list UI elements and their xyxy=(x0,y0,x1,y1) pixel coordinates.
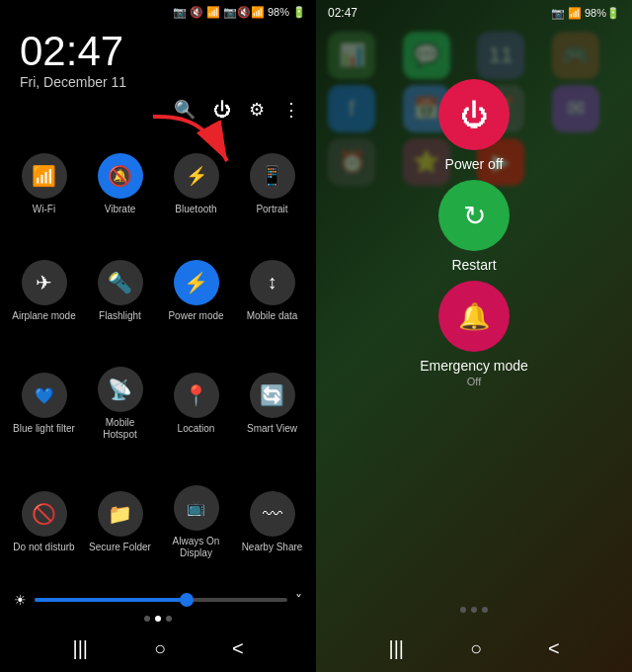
mobiledata-icon-wrap: ↕ xyxy=(250,260,295,305)
wifi-icon: 📶 xyxy=(32,164,56,188)
date-display: Fri, December 11 xyxy=(20,74,296,90)
emergency-mode-button[interactable]: 🔔 Emergency mode Off xyxy=(420,281,528,387)
mobiledata-icon: ↕ xyxy=(268,271,277,294)
power-off-icon: ⏻ xyxy=(460,99,488,131)
emergency-icon: 🔔 xyxy=(458,301,490,332)
bluelight-icon-wrap: 💙 xyxy=(22,373,67,418)
nearbyshare-icon: 〰 xyxy=(263,503,282,526)
tile-flashlight-label: Flashlight xyxy=(99,310,141,322)
wifi-icon-wrap: 📶 xyxy=(22,153,67,199)
battery-text: 📷🔇📶 98% 🔋 xyxy=(223,6,306,19)
right-camera-icon: 📷 xyxy=(551,7,565,20)
tile-portrait-label: Portrait xyxy=(256,204,287,215)
dnd-icon-wrap: 🚫 xyxy=(22,491,67,537)
tile-flashlight[interactable]: 🔦 Flashlight xyxy=(84,239,156,342)
back-button[interactable]: < xyxy=(232,637,244,660)
tile-bluelight-label: Blue light filter xyxy=(13,423,75,435)
brightness-row: ☀ ˅ xyxy=(0,588,316,612)
alwayson-icon: 📺 xyxy=(187,499,205,517)
right-dot-1[interactable] xyxy=(460,607,466,613)
tile-hotspot-label: Mobile Hotspot xyxy=(88,417,152,441)
right-recent-button[interactable]: ||| xyxy=(388,637,404,660)
right-status-icons: 📷 📶 98%🔋 xyxy=(551,7,620,20)
tile-alwayson[interactable]: 📺 Always On Display xyxy=(160,465,232,580)
tile-mobiledata-label: Mobile data xyxy=(247,310,298,322)
restart-label: Restart xyxy=(451,257,496,273)
portrait-icon-wrap: 📱 xyxy=(250,153,295,199)
dot-2[interactable] xyxy=(155,616,161,622)
emergency-circle: 🔔 xyxy=(438,281,510,352)
right-signal-icon: 📶 xyxy=(568,7,582,20)
power-off-label: Power off xyxy=(445,156,504,172)
tile-wifi-label: Wi-Fi xyxy=(33,204,55,215)
recent-apps-button[interactable]: ||| xyxy=(72,637,88,660)
tile-airplane[interactable]: ✈ Airplane mode xyxy=(8,239,80,342)
nearbyshare-icon-wrap: 〰 xyxy=(250,491,295,537)
tile-wifi[interactable]: 📶 Wi-Fi xyxy=(8,132,80,235)
bg-app-analytics: 📊 xyxy=(328,32,375,79)
power-off-button[interactable]: ⏻ Power off xyxy=(438,79,510,172)
smartview-icon-wrap: 🔄 xyxy=(250,373,295,418)
brightness-expand-icon[interactable]: ˅ xyxy=(295,592,302,608)
right-home-button[interactable]: ○ xyxy=(470,637,482,660)
location-icon-wrap: 📍 xyxy=(174,373,219,418)
tile-powermode[interactable]: ⚡ Power mode xyxy=(160,239,232,342)
right-dot-3[interactable] xyxy=(482,607,488,613)
menu-icon[interactable]: ⋮ xyxy=(282,99,300,121)
quick-tiles-grid: 📶 Wi-Fi 🔕 Vibrate ⚡ Bluetooth 📱 Portrait xyxy=(0,125,316,588)
location-icon: 📍 xyxy=(184,383,208,407)
bg-app-whatsapp: 💬 xyxy=(403,32,450,79)
brightness-slider[interactable] xyxy=(35,598,287,602)
tile-dnd-label: Do not disturb xyxy=(13,542,74,553)
status-icons: 📷 🔇 📶 📷🔇📶 98% 🔋 xyxy=(173,6,306,19)
flashlight-icon-wrap: 🔦 xyxy=(98,260,143,305)
power-menu: ⏻ Power off ↻ Restart 🔔 Emergency mode O… xyxy=(375,79,573,387)
tile-location-label: Location xyxy=(178,423,215,435)
portrait-icon: 📱 xyxy=(260,164,284,188)
time-display: 02:47 xyxy=(20,31,296,72)
tile-mobiledata[interactable]: ↕ Mobile data xyxy=(236,239,308,342)
restart-button[interactable]: ↻ Restart xyxy=(438,180,510,273)
tile-dnd[interactable]: 🚫 Do not disturb xyxy=(8,465,80,580)
tile-powermode-label: Power mode xyxy=(168,310,223,322)
tile-smartview-label: Smart View xyxy=(247,423,297,435)
time-section: 02:47 Fri, December 11 xyxy=(0,21,316,95)
bg-app-11: 11 xyxy=(477,32,524,79)
tile-securefolder-label: Secure Folder xyxy=(89,542,151,553)
smartview-icon: 🔄 xyxy=(260,383,284,407)
home-button[interactable]: ○ xyxy=(154,637,166,660)
vibrate-icon-wrap: 🔕 xyxy=(98,153,143,199)
airplane-icon: ✈ xyxy=(36,271,52,294)
restart-icon: ↻ xyxy=(463,200,486,232)
brightness-thumb xyxy=(180,593,194,607)
emergency-label: Emergency mode xyxy=(420,358,528,374)
bg-app-clock: ⏰ xyxy=(328,138,375,186)
powermode-icon-wrap: ⚡ xyxy=(174,260,219,305)
tile-hotspot[interactable]: 📡 Mobile Hotspot xyxy=(84,347,156,462)
tile-nearbyshare[interactable]: 〰 Nearby Share xyxy=(236,465,308,580)
tile-securefolder[interactable]: 📁 Secure Folder xyxy=(84,465,156,580)
dot-1[interactable] xyxy=(144,616,150,622)
tile-location[interactable]: 📍 Location xyxy=(160,347,232,462)
alwayson-icon-wrap: 📺 xyxy=(174,485,219,531)
right-content: 02:47 📷 📶 98%🔋 📊 💬 11 🎮 f 📅 🚀 ✉ ⏰ ⭐ ▶ xyxy=(316,0,632,672)
hotspot-icon: 📡 xyxy=(108,378,132,401)
left-nav-bar: ||| ○ < xyxy=(0,626,316,672)
right-back-button[interactable]: < xyxy=(548,637,560,660)
brightness-low-icon: ☀ xyxy=(14,592,27,608)
right-status-bar: 02:47 📷 📶 98%🔋 xyxy=(316,0,632,22)
tile-bluetooth-label: Bluetooth xyxy=(175,204,216,215)
securefolder-icon-wrap: 📁 xyxy=(98,491,143,537)
powermode-icon: ⚡ xyxy=(184,271,208,294)
tile-vibrate-label: Vibrate xyxy=(105,204,136,215)
right-dot-2[interactable] xyxy=(471,607,477,613)
tile-bluelight[interactable]: 💙 Blue light filter xyxy=(8,347,80,462)
tile-airplane-label: Airplane mode xyxy=(12,310,75,322)
dot-3[interactable] xyxy=(166,616,172,622)
right-time-display: 02:47 xyxy=(328,6,357,20)
arrow-indicator xyxy=(143,107,252,180)
dots-indicator xyxy=(0,612,316,626)
right-dots-indicator xyxy=(460,607,488,613)
mute-icon: 🔇 xyxy=(190,6,203,19)
tile-smartview[interactable]: 🔄 Smart View xyxy=(236,347,308,462)
